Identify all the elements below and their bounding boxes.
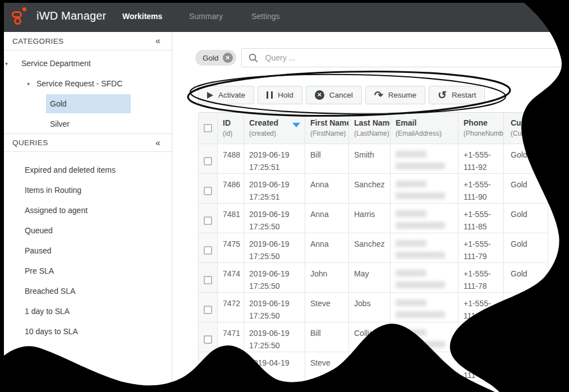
tree-item-service-request-sfdc[interactable]: ▾ Service Request - SFDC — [0, 73, 172, 94]
cell-email-redacted — [390, 204, 458, 233]
remove-filter-icon[interactable]: × — [223, 53, 233, 63]
redacted-email-blur — [396, 192, 445, 199]
hold-button[interactable]: Hold — [258, 86, 302, 104]
categories-header: CATEGORIES « — [0, 32, 172, 50]
query-list-item[interactable]: 10 days to SLA — [0, 321, 172, 342]
cell-last-name: Jobs — [348, 293, 390, 322]
row-checkbox-cell — [198, 233, 217, 262]
row-checkbox[interactable] — [204, 335, 212, 344]
column-header-customer-segment[interactable]: Cust (Cust — [503, 113, 548, 144]
table-row[interactable]: 7486 2019-06-1917:25:51 Anna Sanchez +1-… — [198, 174, 548, 204]
cell-phone: +1-555-111-90 — [458, 174, 503, 203]
categories-collapse-icon[interactable]: « — [155, 36, 160, 45]
query-list-item[interactable]: Paused — [0, 241, 172, 261]
row-checkbox-cell — [198, 322, 217, 352]
cell-customer-segment: Gold — [503, 322, 548, 352]
query-list-item[interactable]: Breached SLA — [0, 281, 172, 301]
query-search-box[interactable] — [241, 48, 566, 67]
table-row[interactable]: 2019-04-19 Steve Harris +1-555-111-72 Go… — [198, 352, 548, 382]
cell-first-name: Anna — [305, 204, 348, 233]
pause-icon — [267, 91, 273, 99]
column-header-last-name[interactable]: Last Name (LastName) — [348, 113, 390, 144]
query-list-item[interactable]: Queued — [0, 220, 172, 241]
redacted-email-blur — [396, 163, 445, 169]
main-content: Gold × Activate Hold × Cancel — [172, 32, 569, 392]
row-checkbox-cell — [198, 352, 217, 381]
redacted-email-blur — [396, 311, 445, 318]
cell-customer-segment: Gold — [503, 144, 548, 173]
cell-first-name: John — [305, 263, 348, 292]
cell-email-redacted — [390, 174, 458, 203]
row-checkbox[interactable] — [204, 276, 212, 284]
query-list-item[interactable]: Items in Routing — [0, 180, 172, 200]
redacted-email-blur — [396, 181, 426, 187]
x-circle-icon: × — [315, 90, 324, 100]
redacted-email-blur — [396, 270, 426, 276]
select-all-checkbox[interactable] — [204, 124, 212, 132]
query-search-input[interactable] — [265, 53, 559, 62]
row-checkbox[interactable] — [204, 216, 212, 225]
row-checkbox[interactable] — [204, 157, 212, 165]
query-list-item[interactable]: 1 day to SLA — [0, 301, 172, 321]
queries-collapse-icon[interactable]: « — [155, 139, 160, 147]
app-title: iWD Manager — [36, 10, 106, 22]
row-checkbox[interactable] — [204, 365, 212, 373]
cancel-button[interactable]: × Cancel — [306, 86, 362, 104]
column-header-phone[interactable]: Phone (PhoneNumber) — [458, 113, 503, 144]
workitems-table: ID (id) Created (created) First Name (Fi… — [198, 112, 548, 382]
cell-email-redacted — [390, 144, 458, 173]
tab-summary[interactable]: Summary — [189, 12, 223, 21]
table-row[interactable]: 7471 2019-06-1917:25:50 Bill Collins +1-… — [198, 322, 548, 352]
column-header-email[interactable]: Email (EmailAddress) — [390, 113, 458, 144]
restart-arrow-icon: ↺ — [438, 90, 447, 100]
resume-button[interactable]: ↷ Resume — [365, 86, 425, 104]
table-row[interactable]: 7488 2019-06-1917:25:51 Bill Smith +1-55… — [198, 144, 548, 174]
cell-email-redacted — [390, 233, 458, 262]
table-row[interactable]: 7481 2019-06-1917:25:50 Anna Harris +1-5… — [198, 204, 548, 233]
cell-customer-segment: Gold — [503, 293, 548, 322]
cell-created: 2019-06-1917:25:50 — [244, 293, 305, 322]
cell-last-name: Collins — [348, 322, 390, 352]
row-checkbox[interactable] — [204, 246, 212, 255]
restart-button[interactable]: ↺ Restart — [429, 86, 485, 104]
activate-button[interactable]: Activate — [198, 86, 254, 104]
query-list-item[interactable]: Pre SLA — [0, 261, 172, 281]
queries-list: Expired and deleted items Items in Routi… — [0, 152, 172, 342]
redacted-email-blur — [396, 282, 445, 288]
column-header-id[interactable]: ID (id) — [217, 113, 244, 144]
row-checkbox[interactable] — [204, 187, 212, 195]
redacted-email-blur — [396, 299, 426, 306]
cell-email-redacted — [390, 293, 458, 322]
sort-desc-icon — [292, 123, 300, 127]
cell-customer-segment: Gold — [503, 233, 548, 262]
query-list-item[interactable]: Assigned to agent — [0, 200, 172, 220]
filter-chip-gold[interactable]: Gold × — [195, 50, 236, 66]
top-navbar: iWD Manager Workitems Summary Settings — [0, 0, 569, 32]
cell-id: 7488 — [217, 144, 244, 173]
redacted-email-blur — [396, 359, 426, 366]
table-row[interactable]: 7472 2019-06-1917:25:50 Steve Jobs +1-55… — [198, 293, 548, 322]
cell-created: 2019-06-1917:25:50 — [244, 322, 305, 352]
tree-item-silver[interactable]: Silver — [0, 114, 172, 134]
row-checkbox-cell — [198, 144, 217, 173]
query-list-item[interactable]: Expired and deleted items — [0, 160, 172, 180]
redacted-email-blur — [396, 151, 426, 158]
tree-item-gold[interactable]: Gold — [0, 94, 172, 114]
row-checkbox[interactable] — [204, 306, 212, 314]
tab-settings[interactable]: Settings — [251, 12, 280, 21]
cell-phone: +1-555-111-85 — [458, 204, 503, 233]
tree-item-service-department[interactable]: ▾ Service Department — [0, 53, 172, 73]
tab-workitems[interactable]: Workitems — [122, 12, 162, 21]
column-header-created[interactable]: Created (created) — [244, 113, 305, 144]
cell-last-name: Harris — [348, 352, 390, 381]
cell-phone: +1-555-111-92 — [458, 144, 503, 173]
cell-email-redacted — [390, 322, 458, 352]
table-row[interactable]: 7474 2019-06-1917:25:50 John May +1-555-… — [198, 263, 548, 293]
column-header-first-name[interactable]: First Name (FirstName) — [305, 113, 348, 144]
table-row[interactable]: 7475 2019-06-1917:25:50 Anna Sanchez +1-… — [198, 233, 548, 263]
table-body: 7488 2019-06-1917:25:51 Bill Smith +1-55… — [198, 144, 548, 382]
cell-id: 7481 — [217, 204, 244, 233]
cell-created: 2019-06-1917:25:50 — [244, 233, 305, 262]
cell-customer-segment: Gold — [503, 263, 548, 292]
cell-last-name: May — [348, 263, 390, 292]
